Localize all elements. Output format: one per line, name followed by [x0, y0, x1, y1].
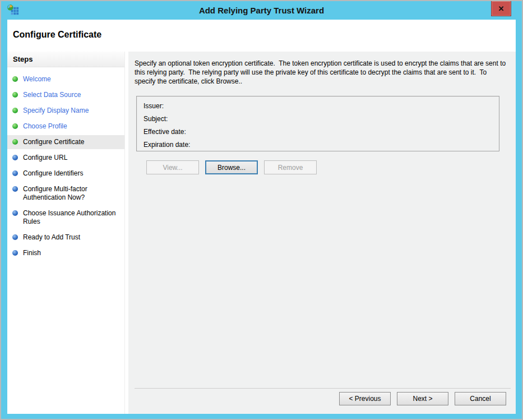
step-todo-icon [12, 170, 18, 176]
step-todo-icon [12, 155, 18, 160]
step-done-icon [12, 76, 18, 82]
step-done-icon [12, 123, 18, 129]
step-configure-certificate: Configure Certificate [7, 135, 124, 149]
cert-field-subject: Subject: [144, 113, 499, 126]
window-title: Add Relying Party Trust Wizard [35, 1, 488, 20]
wizard-window: Add Relying Party Trust Wizard ✕ Configu… [0, 0, 523, 420]
step-current-icon [12, 139, 18, 145]
step-done-icon [12, 108, 18, 113]
step-todo-icon [12, 250, 18, 256]
steps-sidebar: Steps Welcome Select Data Source Specify… [7, 52, 125, 414]
step-description: Specify an optional token encryption cer… [135, 59, 507, 86]
page-header: Configure Certificate [7, 20, 516, 52]
step-configure-mfa: Configure Multi-factor Authentication No… [7, 182, 124, 205]
footer-separator [135, 388, 511, 389]
steps-heading: Steps [7, 52, 124, 67]
titlebar: Add Relying Party Trust Wizard ✕ [1, 1, 522, 20]
next-button[interactable]: Next > [397, 392, 448, 405]
step-welcome[interactable]: Welcome [7, 72, 124, 86]
step-done-icon [12, 92, 18, 98]
step-select-data-source[interactable]: Select Data Source [7, 88, 124, 102]
previous-button[interactable]: < Previous [339, 392, 391, 405]
step-specify-display-name[interactable]: Specify Display Name [7, 104, 124, 118]
step-todo-icon [12, 234, 18, 240]
certificate-info-box: Issuer: Subject: Effective date: Expirat… [136, 96, 499, 151]
cancel-button[interactable]: Cancel [455, 392, 506, 405]
close-button[interactable]: ✕ [491, 1, 511, 16]
steps-list: Welcome Select Data Source Specify Displ… [7, 67, 124, 260]
step-choose-issuance-rules: Choose Issuance Authorization Rules [7, 206, 124, 229]
cert-field-issuer: Issuer: [144, 100, 499, 113]
browse-button[interactable]: Browse... [205, 160, 258, 174]
step-todo-icon [12, 210, 18, 216]
step-configure-identifiers: Configure Identifiers [7, 167, 124, 181]
adfs-app-icon [6, 3, 20, 17]
dialog-client-area: Configure Certificate Steps Welcome Sele… [7, 20, 516, 414]
step-ready-to-add-trust: Ready to Add Trust [7, 230, 124, 244]
main-panel: Specify an optional token encryption cer… [128, 52, 516, 414]
step-todo-icon [12, 186, 18, 192]
cert-field-expiration-date: Expiration date: [144, 139, 499, 151]
page-title: Configure Certificate [13, 30, 101, 40]
remove-button[interactable]: Remove [264, 160, 317, 174]
step-choose-profile[interactable]: Choose Profile [7, 119, 124, 133]
cert-field-effective-date: Effective date: [144, 126, 499, 139]
step-configure-url: Configure URL [7, 151, 124, 165]
view-button[interactable]: View... [146, 160, 199, 174]
step-finish: Finish [7, 246, 124, 260]
